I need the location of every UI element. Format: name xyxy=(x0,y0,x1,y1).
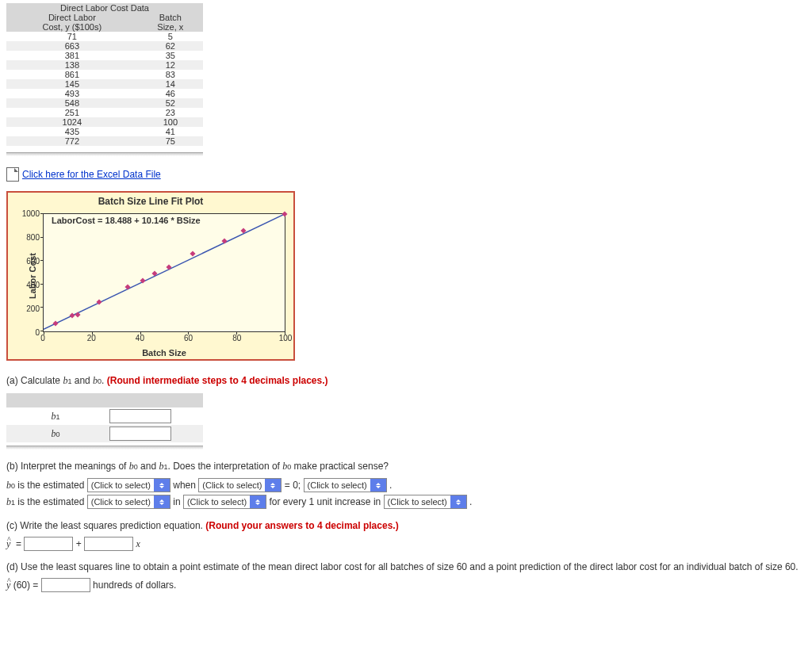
table-row: 66362 xyxy=(6,41,203,51)
data-point xyxy=(241,228,247,233)
table-row: 715 xyxy=(6,32,203,41)
table-row: 14514 xyxy=(6,79,203,89)
x-tick-mark xyxy=(188,331,189,335)
x-tick-mark xyxy=(92,331,93,335)
b0-input[interactable] xyxy=(109,427,171,441)
x-tick-label: 80 xyxy=(232,334,241,342)
x-tick-mark xyxy=(44,331,44,335)
data-table-container: Direct Labor Cost Data Direct Labor Batc… xyxy=(6,3,203,146)
chart-container: Batch Size Line Fit Plot Labor Cost Batc… xyxy=(6,191,295,361)
ans-table-container: b1 b0 xyxy=(6,393,203,442)
y-tick-mark xyxy=(40,237,44,238)
question-c: (c) Write the least squares prediction e… xyxy=(6,520,806,531)
chevron-updown-icon xyxy=(154,495,170,508)
intercept-input[interactable] xyxy=(24,537,73,551)
x-tick-label: 0 xyxy=(40,334,45,342)
chevron-updown-icon xyxy=(250,495,266,508)
yhat60-input[interactable] xyxy=(41,578,90,592)
table-row: 25123 xyxy=(6,108,203,117)
table-row: 86183 xyxy=(6,70,203,79)
ans-table: b1 b0 xyxy=(6,393,203,442)
yhat60-line: y (60) = hundreds of dollars. xyxy=(6,577,806,593)
x-tick-label: 40 xyxy=(136,334,144,342)
b1-row-label: b1 xyxy=(6,407,105,425)
x-axis-label: Batch Size xyxy=(43,348,285,358)
data-point xyxy=(190,251,196,256)
plot-area: LaborCost = 18.488 + 10.146 * BSize xyxy=(43,213,285,332)
table-row: 38135 xyxy=(6,51,203,60)
document-icon xyxy=(6,167,19,182)
x-tick-mark xyxy=(140,331,141,335)
y-tick-mark xyxy=(40,260,44,261)
x-tick-label: 100 xyxy=(279,334,293,342)
data-point xyxy=(53,320,59,326)
b0-row-label: b0 xyxy=(6,425,105,442)
excel-data-link[interactable]: Click here for the Excel Data File xyxy=(22,169,161,180)
data-point xyxy=(221,238,227,243)
b1-select-2[interactable]: (Click to select) xyxy=(183,495,266,509)
x-tick-label: 60 xyxy=(184,334,193,342)
x-tick-mark xyxy=(285,331,285,335)
b0-select-1[interactable]: (Click to select) xyxy=(87,478,170,492)
b1-interpret-line: b1 is the estimated (Click to select) in… xyxy=(6,494,806,511)
data-table: Direct Labor Cost Data Direct Labor Batc… xyxy=(6,3,203,146)
question-b: (b) Interpret the meanings of b0 and b1.… xyxy=(6,461,806,472)
y-tick-label: 200 xyxy=(26,304,40,313)
equation-line: y = + x xyxy=(6,536,806,552)
table-row: 54852 xyxy=(6,98,203,108)
b0-interpret-line: b0 is the estimated (Click to select) wh… xyxy=(6,477,806,494)
y-tick-label: 600 xyxy=(26,257,40,266)
col2-header-b: Size, x xyxy=(138,22,203,32)
x-tick-mark xyxy=(236,331,237,335)
y-ticks: 02004006008001000 xyxy=(19,213,41,332)
table-row: 1024100 xyxy=(6,117,203,127)
data-point xyxy=(167,264,172,270)
question-d: (d) Use the least squares line to obtain… xyxy=(6,561,806,572)
col1-header-a: Direct Labor xyxy=(6,13,138,22)
question-a: (a) Calculate b1 and b0. (Round intermed… xyxy=(6,375,806,387)
table-row: 13812 xyxy=(6,60,203,70)
chart-title: Batch Size Line Fit Plot xyxy=(8,193,293,210)
excel-link-container: Click here for the Excel Data File xyxy=(6,167,806,182)
table-row: 49346 xyxy=(6,89,203,98)
y-tick-label: 400 xyxy=(26,281,40,289)
table-row: 77275 xyxy=(6,136,203,146)
y-tick-mark xyxy=(40,213,44,214)
data-point xyxy=(75,312,80,317)
data-point xyxy=(151,271,157,277)
svg-line-0 xyxy=(44,214,285,329)
y-tick-mark xyxy=(40,307,44,308)
b1-select-3[interactable]: (Click to select) xyxy=(384,495,467,509)
table-row: 43541 xyxy=(6,127,203,136)
data-point xyxy=(140,277,145,283)
table-title: Direct Labor Cost Data xyxy=(6,3,203,13)
chevron-updown-icon xyxy=(450,495,466,508)
y-tick-label: 800 xyxy=(26,233,40,242)
equation-label: LaborCost = 18.488 + 10.146 * BSize xyxy=(50,216,202,225)
chevron-updown-icon xyxy=(370,479,386,492)
x-tick-label: 20 xyxy=(87,334,96,342)
data-point xyxy=(125,284,131,289)
col1-header-b: Cost, y ($100s) xyxy=(6,22,138,32)
data-point xyxy=(70,312,75,318)
chevron-updown-icon xyxy=(154,479,170,492)
slope-input[interactable] xyxy=(84,537,133,551)
b0-select-3[interactable]: (Click to select) xyxy=(304,478,387,492)
b1-select-1[interactable]: (Click to select) xyxy=(87,495,170,509)
data-point xyxy=(96,299,102,304)
col2-header-a: Batch xyxy=(138,13,203,22)
table-divider xyxy=(6,152,203,156)
y-tick-label: 0 xyxy=(35,328,40,337)
data-point xyxy=(282,211,287,216)
b1-input[interactable] xyxy=(109,409,171,423)
x-ticks: 020406080100 xyxy=(43,334,285,345)
ans-divider xyxy=(6,446,203,450)
b0-select-2[interactable]: (Click to select) xyxy=(198,478,282,492)
y-tick-mark xyxy=(40,284,44,285)
chevron-updown-icon xyxy=(265,479,281,492)
y-tick-label: 1000 xyxy=(22,209,40,218)
